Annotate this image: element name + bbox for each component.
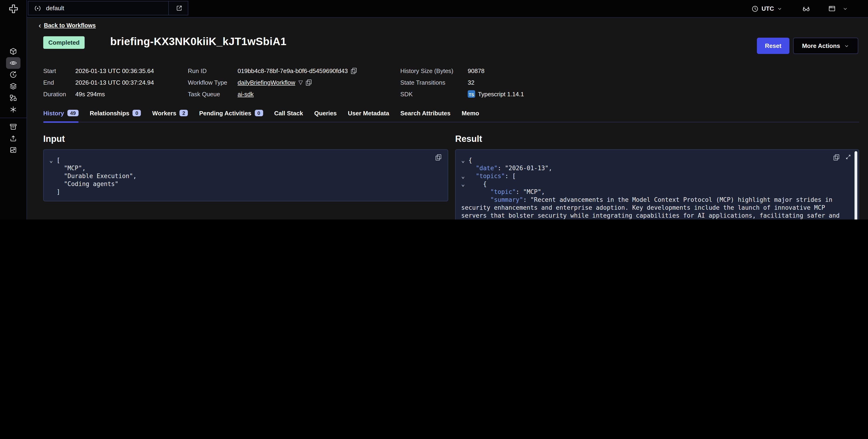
meta-value: 90878 bbox=[468, 67, 485, 74]
tab-search-attributes[interactable]: Search Attributes bbox=[400, 108, 451, 122]
meta-row: History Size (Bytes)90878 bbox=[400, 66, 595, 75]
meta-value: 32 bbox=[468, 79, 474, 86]
copy-icon[interactable] bbox=[436, 154, 441, 160]
eye-icon bbox=[9, 59, 17, 67]
meta-column-times: Start2026-01-13 UTC 00:36:35.64End2026-0… bbox=[43, 66, 188, 98]
tab-count-badge: 49 bbox=[67, 110, 79, 116]
tab-count-badge: 0 bbox=[254, 110, 263, 116]
meta-label: Duration bbox=[43, 90, 75, 97]
sidebar-item-deployments[interactable] bbox=[6, 81, 21, 92]
meta-column-stats: History Size (Bytes)90878State Transitio… bbox=[400, 66, 595, 98]
tab-count-badge: 0 bbox=[133, 110, 141, 116]
sidebar-divider bbox=[0, 118, 27, 118]
asterisk-icon bbox=[9, 106, 17, 114]
meta-value: 019bb4c8-78bf-7e9a-b0f6-d5459690fd43 bbox=[238, 67, 348, 74]
copy-icon[interactable] bbox=[351, 68, 356, 74]
temporal-workflow-details-page: 2.42.1 default UTC ‹ Back to Workflows bbox=[0, 0, 868, 220]
timezone-selector[interactable]: UTC bbox=[751, 0, 782, 17]
meta-row: SDKTSTypescript 1.14.1 bbox=[400, 89, 595, 98]
input-json: ⌄ [ "MCP", "Durable Execution", "Coding … bbox=[49, 156, 437, 196]
tab-memo[interactable]: Memo bbox=[462, 108, 479, 122]
meta-label: History Size (Bytes) bbox=[400, 67, 468, 74]
tab-pending-activities[interactable]: Pending Activities0 bbox=[199, 108, 263, 122]
timezone-label: UTC bbox=[762, 5, 774, 12]
meta-label: End bbox=[43, 79, 75, 86]
image-icon bbox=[9, 146, 17, 154]
sidebar-item-batch-operations[interactable] bbox=[6, 92, 21, 104]
meta-label: SDK bbox=[400, 90, 468, 97]
typescript-icon: TS bbox=[468, 90, 475, 98]
result-scrollbar[interactable] bbox=[855, 151, 857, 220]
meta-column-ids: Run ID019bb4c8-78bf-7e9a-b0f6-d5459690fd… bbox=[188, 66, 400, 98]
meta-row: Task Queueai-sdk bbox=[188, 89, 400, 98]
copy-icon[interactable] bbox=[306, 79, 312, 85]
meta-row: Workflow TypedailyBriefingWorkflow▽ bbox=[188, 78, 400, 87]
apps-menu-button[interactable] bbox=[828, 0, 848, 17]
window-icon bbox=[828, 5, 836, 12]
meta-label: Workflow Type bbox=[188, 79, 238, 86]
result-json: ⌄ { "date": "2026-01-13",⌄ "topics": [⌄ … bbox=[461, 156, 848, 220]
reset-button[interactable]: Reset bbox=[757, 38, 789, 54]
meta-value: TSTypescript 1.14.1 bbox=[468, 90, 524, 98]
page-title: briefing-KX3NK0kiiK_kJT1wSbiA1 bbox=[110, 35, 286, 48]
meta-row: Duration49s 294ms bbox=[43, 89, 188, 98]
filter-icon[interactable]: ▽ bbox=[299, 79, 303, 86]
meta-label: State Transitions bbox=[400, 79, 468, 86]
sidebar-item-workflows[interactable] bbox=[6, 57, 21, 69]
tab-queries[interactable]: Queries bbox=[314, 108, 337, 122]
meta-row: Run ID019bb4c8-78bf-7e9a-b0f6-d5459690fd… bbox=[188, 66, 400, 75]
workflow-metadata: Start2026-01-13 UTC 00:36:35.64End2026-0… bbox=[43, 66, 595, 98]
sidebar-item-namespaces[interactable] bbox=[6, 46, 21, 57]
namespace-name: default bbox=[46, 5, 64, 11]
upload-icon bbox=[9, 135, 17, 142]
temporal-logo-icon[interactable] bbox=[0, 4, 27, 14]
back-to-workflows-link[interactable]: ‹ Back to Workflows bbox=[39, 21, 96, 30]
chevron-down-icon bbox=[844, 43, 849, 49]
meta-value: 2026-01-13 UTC 00:37:24.94 bbox=[75, 79, 154, 86]
meta-row: Start2026-01-13 UTC 00:36:35.64 bbox=[43, 66, 188, 75]
meta-label: Task Queue bbox=[188, 90, 238, 97]
clock-icon bbox=[751, 5, 759, 12]
copy-icon[interactable] bbox=[834, 154, 839, 160]
status-badge: Completed bbox=[43, 36, 85, 49]
sidebar: 2.42.1 bbox=[0, 0, 27, 220]
expand-icon[interactable] bbox=[845, 154, 851, 160]
sidebar-item-import[interactable] bbox=[6, 133, 21, 144]
archive-icon bbox=[9, 123, 17, 131]
namespace-selector[interactable]: default bbox=[28, 1, 188, 16]
main-content: ‹ Back to Workflows Completed briefing-K… bbox=[27, 18, 868, 220]
meta-value[interactable]: dailyBriefingWorkflow bbox=[238, 79, 295, 86]
meta-label: Run ID bbox=[188, 67, 238, 74]
flow-nodes-icon bbox=[9, 94, 17, 102]
chevron-down-icon bbox=[777, 6, 782, 11]
meta-row: End2026-01-13 UTC 00:37:24.94 bbox=[43, 78, 188, 87]
meta-value: 49s 294ms bbox=[75, 90, 105, 97]
sidebar-item-schedules[interactable] bbox=[6, 69, 21, 81]
sidebar-item-archival[interactable] bbox=[6, 121, 21, 133]
tab-count-badge: 2 bbox=[180, 110, 188, 116]
external-link-icon[interactable] bbox=[176, 5, 183, 11]
chevron-left-icon: ‹ bbox=[39, 21, 41, 30]
cube-icon bbox=[9, 48, 17, 55]
layers-icon bbox=[9, 82, 17, 90]
more-actions-button[interactable]: More Actions bbox=[793, 38, 858, 54]
tab-relationships[interactable]: Relationships0 bbox=[90, 108, 141, 122]
detail-tabs: History49Relationships0Workers2Pending A… bbox=[43, 108, 859, 122]
meta-value[interactable]: ai-sdk bbox=[238, 90, 254, 97]
sidebar-item-labs[interactable] bbox=[6, 144, 21, 156]
tab-user-metadata[interactable]: User Metadata bbox=[348, 108, 390, 122]
namespace-divider bbox=[168, 1, 169, 15]
glasses-icon bbox=[802, 4, 810, 13]
input-panel: ⌄ [ "MCP", "Durable Execution", "Coding … bbox=[43, 149, 448, 201]
sidebar-nav bbox=[0, 46, 27, 156]
meta-value: 2026-01-13 UTC 00:36:35.64 bbox=[75, 67, 154, 74]
sidebar-item-nexus[interactable] bbox=[6, 104, 21, 115]
meta-row: State Transitions32 bbox=[400, 78, 595, 87]
result-panel: ⌄ { "date": "2026-01-13",⌄ "topics": [⌄ … bbox=[455, 149, 859, 220]
topbar: default UTC bbox=[27, 0, 868, 18]
tab-workers[interactable]: Workers2 bbox=[152, 108, 188, 122]
retry-clock-icon bbox=[9, 71, 17, 79]
glasses-button[interactable] bbox=[802, 0, 810, 17]
tab-call-stack[interactable]: Call Stack bbox=[274, 108, 303, 122]
tab-history[interactable]: History49 bbox=[43, 108, 79, 122]
